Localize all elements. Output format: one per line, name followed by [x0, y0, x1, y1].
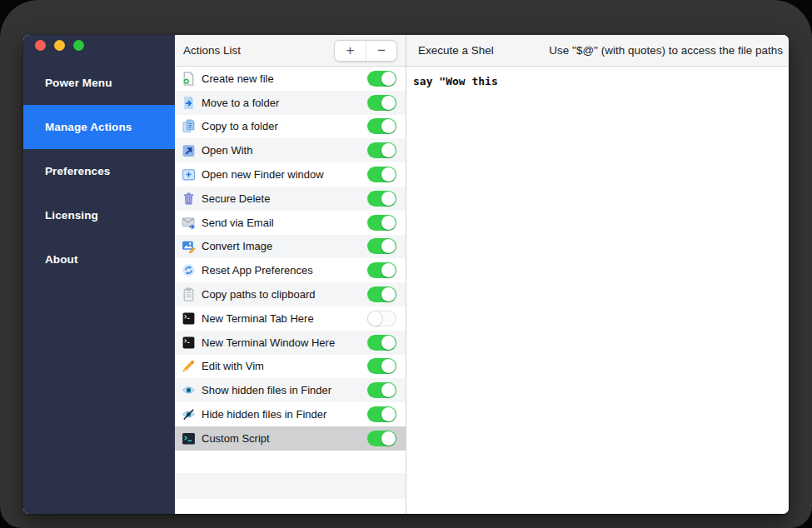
action-label: Secure Delete: [202, 192, 367, 205]
script-editor[interactable]: say "Wow this: [406, 67, 789, 514]
copy-to-folder-icon: [182, 119, 196, 133]
action-row[interactable]: Copy paths to clipboard: [175, 282, 406, 306]
action-toggle[interactable]: [367, 431, 396, 446]
action-label: Copy to a folder: [202, 120, 367, 132]
action-toggle[interactable]: [367, 191, 396, 207]
reset-preferences-icon: [182, 263, 196, 277]
actions-panel: Actions List + − Create new file Move to…: [175, 35, 406, 514]
close-button[interactable]: [35, 40, 46, 51]
device-frame: Power Menu Manage Actions Preferences Li…: [0, 0, 812, 528]
terminal-icon: [182, 336, 196, 350]
new-file-icon: [182, 72, 196, 86]
action-label: Move to a folder: [202, 97, 367, 109]
sidebar-item-power-menu[interactable]: Power Menu: [23, 61, 175, 105]
open-with-icon: [182, 143, 196, 157]
action-toggle[interactable]: [367, 358, 396, 374]
sidebar-item-licensing[interactable]: Licensing: [23, 193, 175, 237]
action-row[interactable]: Edit with Vim: [175, 355, 406, 379]
action-row[interactable]: Custom Script: [175, 426, 406, 451]
sidebar-item-preferences[interactable]: Preferences: [23, 149, 175, 193]
action-row[interactable]: Copy to a folder: [175, 115, 406, 139]
sidebar-item-label: Manage Actions: [45, 121, 132, 133]
add-remove-control: + −: [334, 40, 397, 62]
action-toggle[interactable]: [367, 167, 396, 182]
terminal-icon: [182, 311, 196, 326]
sidebar-item-manage-actions[interactable]: Manage Actions: [23, 105, 175, 149]
zoom-button[interactable]: [73, 40, 84, 51]
detail-panel: Execute a Shel Use "$@" (with quotes) to…: [406, 35, 789, 514]
action-row[interactable]: Secure Delete: [175, 187, 406, 211]
action-toggle[interactable]: [367, 95, 396, 111]
secure-delete-icon: [182, 192, 196, 206]
pencil-icon: [182, 359, 196, 373]
action-toggle[interactable]: [367, 215, 396, 231]
action-label: Hide hidden files in Finder: [202, 408, 367, 421]
action-row[interactable]: Send via Email: [175, 211, 406, 235]
remove-action-button[interactable]: −: [366, 41, 396, 61]
send-email-icon: [182, 216, 196, 230]
sidebar-item-label: Power Menu: [45, 77, 112, 89]
page-background: Power Menu Manage Actions Preferences Li…: [0, 0, 812, 528]
sidebar-item-label: Licensing: [45, 209, 98, 222]
convert-image-icon: [182, 239, 196, 253]
actions-list-title: Actions List: [183, 44, 241, 57]
action-label: Custom Script: [202, 432, 367, 445]
action-label: New Terminal Window Here: [202, 336, 367, 349]
minimize-button[interactable]: [54, 40, 65, 51]
list-empty-row-band: [175, 473, 406, 499]
action-row[interactable]: Create new file: [175, 67, 406, 91]
action-label: Copy paths to clipboard: [202, 288, 367, 301]
action-toggle[interactable]: [367, 335, 396, 351]
action-toggle[interactable]: [367, 286, 396, 302]
action-label: New Terminal Tab Here: [202, 312, 367, 325]
action-label: Create new file: [202, 72, 367, 85]
sidebar-item-label: Preferences: [45, 165, 110, 177]
eye-icon: [182, 383, 196, 397]
sidebar-item-about[interactable]: About: [23, 237, 175, 281]
action-label: Send via Email: [202, 217, 367, 229]
action-row[interactable]: New Terminal Tab Here: [175, 306, 406, 331]
custom-script-icon: [182, 431, 196, 446]
action-row[interactable]: Move to a folder: [175, 91, 406, 115]
action-row[interactable]: Hide hidden files in Finder: [175, 402, 406, 426]
action-toggle[interactable]: [367, 382, 396, 398]
action-toggle[interactable]: [367, 71, 396, 87]
action-row[interactable]: Open With: [175, 138, 406, 162]
actions-list: Create new file Move to a folder Copy to…: [175, 67, 406, 451]
action-toggle[interactable]: [367, 311, 396, 326]
app-window: Power Menu Manage Actions Preferences Li…: [23, 35, 789, 514]
new-finder-window-icon: [182, 167, 196, 182]
action-toggle[interactable]: [367, 262, 396, 278]
action-row[interactable]: Show hidden files in Finder: [175, 378, 406, 402]
action-label: Show hidden files in Finder: [202, 384, 367, 396]
action-toggle[interactable]: [367, 142, 396, 158]
script-text: say "Wow this: [413, 75, 498, 87]
detail-title: Execute a Shel: [418, 44, 494, 57]
sidebar-nav: Power Menu Manage Actions Preferences Li…: [23, 61, 175, 281]
detail-header: Execute a Shel Use "$@" (with quotes) to…: [406, 35, 789, 67]
action-toggle[interactable]: [367, 238, 396, 254]
action-label: Convert Image: [202, 240, 367, 252]
clipboard-icon: [182, 287, 196, 301]
action-toggle[interactable]: [367, 406, 396, 422]
list-empty-space-bottom: [175, 499, 406, 514]
action-label: Reset App Preferences: [202, 264, 367, 276]
action-label: Open new Finder window: [202, 168, 367, 181]
sidebar-item-label: About: [45, 253, 77, 266]
action-toggle[interactable]: [367, 118, 396, 134]
action-row[interactable]: Convert Image: [175, 235, 406, 259]
move-to-folder-icon: [182, 96, 196, 110]
list-empty-space: [175, 451, 406, 473]
sidebar: Power Menu Manage Actions Preferences Li…: [23, 35, 175, 514]
detail-hint: Use "$@" (with quotes) to access the fil…: [549, 44, 783, 57]
action-label: Edit with Vim: [202, 360, 367, 372]
add-action-button[interactable]: +: [335, 41, 366, 61]
action-row[interactable]: New Terminal Window Here: [175, 331, 406, 355]
actions-header: Actions List + −: [175, 35, 406, 67]
eye-slash-icon: [182, 407, 196, 421]
action-label: Open With: [202, 144, 367, 157]
action-row[interactable]: Open new Finder window: [175, 162, 406, 187]
action-row[interactable]: Reset App Preferences: [175, 258, 406, 282]
traffic-lights: [23, 35, 175, 51]
